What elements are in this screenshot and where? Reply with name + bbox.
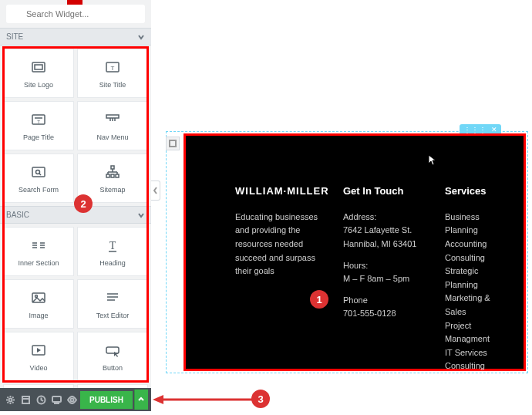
site-widgets-grid: Site Logo T Site Title T Page Title Nav … [0,46,151,206]
service-item: Consulting [445,359,505,373]
widget-site-logo[interactable]: Site Logo [3,49,74,98]
svg-point-14 [36,170,40,174]
address-line1: 7642 Lafayette St. [343,224,428,238]
inner-section-icon [29,236,48,255]
widget-label: Video [30,364,48,372]
annotation-badge-3: 3 [251,390,270,408]
svg-line-15 [39,174,41,175]
service-item: Business Planning [445,211,505,238]
svg-rect-17 [106,174,109,177]
annotation-badge-1: 1 [310,290,328,309]
svg-rect-9 [106,115,119,118]
text-editor-icon [103,288,122,307]
site-logo-icon [29,58,48,76]
svg-rect-18 [111,174,114,177]
section-add-icon[interactable]: ⋮⋮⋮ [463,126,487,134]
preview-button[interactable] [65,392,79,407]
cursor-icon [428,154,437,167]
svg-point-51 [70,398,73,401]
widget-page-title[interactable]: T Page Title [3,101,74,150]
button-icon [103,341,122,359]
annotation-arrow-3 [153,393,253,406]
service-item: IT Services [445,346,505,360]
video-icon [29,341,48,359]
category-basic-label: BASIC [6,211,29,219]
responsive-button[interactable] [49,392,63,407]
svg-rect-48 [52,396,61,402]
heading-icon: T [103,236,122,255]
svg-marker-38 [37,348,41,353]
widget-heading[interactable]: T Heading [77,227,148,276]
footer-col-contact: Get In Touch Address: 7642 Lafayette St.… [343,184,428,350]
category-site-header[interactable]: SITE [0,28,151,46]
footer-services-title: Services [445,184,505,200]
basic-widgets-grid: Inner Section T Heading Image Text Edito… [0,224,151,413]
canvas-section[interactable]: ⋮⋮⋮ ✕ WILLIAM·MILLER Educating businesse… [166,131,528,373]
footer-col-services: Services Business Planning Accounting Co… [445,184,505,350]
widget-nav-menu[interactable]: Nav Menu [77,101,148,150]
search-row [0,0,151,28]
service-item: Marketing & Sales [445,292,505,319]
phone-value: 701-555-0128 [343,307,428,321]
svg-text:T: T [109,240,116,251]
widget-label: Sitemap [99,186,125,194]
image-icon [29,288,48,307]
widget-label: Search Form [19,186,59,194]
search-form-icon [29,163,48,181]
svg-rect-39 [106,347,119,353]
svg-rect-45 [22,396,29,403]
service-item: Project Managment [445,319,505,346]
widget-label: Button [103,364,123,372]
widget-label: Inner Section [18,259,59,267]
nav-menu-icon [103,110,122,129]
widget-inner-section[interactable]: Inner Section [3,227,74,276]
sidebar-collapse-handle[interactable] [151,181,160,201]
page-title-icon: T [29,110,48,129]
widget-video[interactable]: Video [3,332,74,381]
widget-label: Nav Menu [96,133,128,141]
svg-marker-53 [153,395,163,404]
widget-text-editor[interactable]: Text Editor [77,279,148,329]
site-title-icon: T [103,58,122,76]
footer-preview[interactable]: WILLIAM·MILLER Educating businesses and … [184,133,526,371]
widget-label: Site Title [99,81,126,89]
bottom-bar: PUBLISH [0,388,151,411]
history-button[interactable] [34,392,48,407]
footer-contact-title: Get In Touch [343,184,428,200]
widget-label: Text Editor [96,312,130,319]
svg-rect-16 [111,166,114,169]
navigator-button[interactable] [19,392,32,407]
service-item: Accounting [445,238,505,251]
category-site-label: SITE [6,32,23,41]
svg-text:T: T [37,120,40,124]
search-input[interactable] [6,5,145,23]
widget-label: Page Title [23,133,54,141]
hours-label: Hours: [343,259,428,273]
section-close-icon[interactable]: ✕ [491,126,497,133]
widget-label: Heading [99,259,126,267]
widget-site-title[interactable]: T Site Title [77,49,148,98]
footer-col-about: WILLIAM·MILLER Educating businesses and … [235,184,326,350]
hours-value: M – F 8am – 5pm [343,272,428,286]
publish-options-button[interactable] [134,390,148,410]
widget-label: Image [29,312,48,319]
phone-label: Phone [343,294,428,308]
sitemap-icon [103,163,122,181]
settings-button[interactable] [3,392,17,407]
annotation-badge-2: 2 [74,194,93,213]
footer-brand: WILLIAM·MILLER [235,184,326,200]
svg-point-44 [8,398,12,401]
service-item: Consulting [445,251,505,265]
publish-button[interactable]: PUBLISH [80,391,133,409]
widget-button[interactable]: Button [77,332,148,381]
svg-rect-13 [32,167,45,177]
section-edit-handle[interactable] [166,137,180,150]
widget-image[interactable]: Image [3,279,74,329]
widget-label: Site Logo [24,81,53,89]
address-line2: Hannibal, MI 63401 [343,238,428,251]
widget-search-form[interactable]: Search Form [3,154,74,203]
svg-rect-54 [170,140,176,147]
elementor-sidebar: SITE Site Logo T Site Title T Page Title… [0,0,151,388]
svg-text:T: T [111,65,115,72]
address-label: Address: [343,211,428,224]
